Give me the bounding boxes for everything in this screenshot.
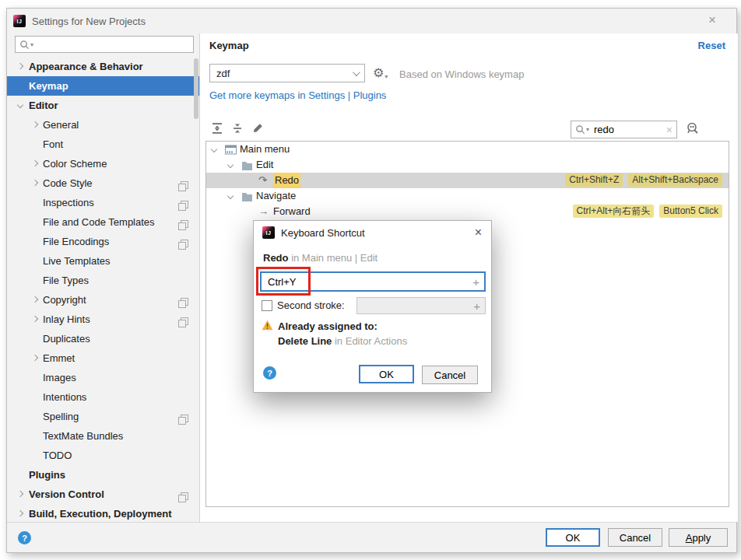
dialog-cancel-button[interactable]: Cancel <box>422 366 478 384</box>
sidebar-item-label: File Encodings <box>43 236 109 247</box>
tree-item-label: Redo <box>273 173 300 188</box>
sidebar-item-todo[interactable]: TODO <box>7 446 199 465</box>
add-stroke-plus-icon[interactable]: + <box>472 275 479 289</box>
search-options-caret-icon: ▾ <box>30 41 33 48</box>
shortcut-badge: Alt+Shift+Backspace <box>628 173 722 187</box>
tree-item-label: Navigate <box>256 188 296 204</box>
sidebar-item-plugins[interactable]: Plugins <box>7 465 199 485</box>
footer-bar: ? OK Cancel Apply <box>7 522 736 552</box>
first-stroke-input[interactable] <box>266 275 472 289</box>
second-stroke-label: Second stroke: <box>277 299 345 311</box>
edit-shortcut-pencil-icon[interactable] <box>251 122 265 136</box>
sidebar-item-label: Plugins <box>29 469 65 481</box>
chevron-right-icon[interactable] <box>17 63 23 69</box>
dialog-title-bar: IJ Keyboard Shortcut × <box>254 221 491 244</box>
tree-item-label: Forward <box>273 204 311 219</box>
help-icon[interactable]: ? <box>263 366 276 380</box>
find-actions-by-shortcut-icon[interactable] <box>686 121 700 138</box>
keymap-search-field[interactable]: ▾ × <box>571 121 677 138</box>
sidebar-item-label: File and Code Templates <box>43 216 155 228</box>
keymap-search-input[interactable] <box>592 123 666 136</box>
sidebar-item-label: Emmet <box>43 352 75 364</box>
keymap-tree-row-navigate[interactable]: Navigate <box>206 188 729 204</box>
warning-icon <box>262 320 273 333</box>
sidebar-item-build-execution-deployment[interactable]: Build, Execution, Deployment <box>7 504 199 522</box>
window-close-icon[interactable]: × <box>708 12 716 28</box>
expand-all-icon[interactable] <box>211 122 225 136</box>
chevron-right-icon[interactable] <box>17 491 23 497</box>
sidebar-item-intentions[interactable]: Intentions <box>7 387 199 407</box>
sidebar-item-file-types[interactable]: File Types <box>7 271 199 290</box>
sidebar-item-label: Editor <box>29 100 58 111</box>
sidebar-item-copyright[interactable]: Copyright <box>7 290 199 310</box>
sidebar-item-inspections[interactable]: Inspections <box>7 193 199 212</box>
sidebar-item-file-and-code-templates[interactable]: File and Code Templates <box>7 212 199 232</box>
action-context: in Main menu | Edit <box>291 252 378 264</box>
collapse-all-icon[interactable] <box>231 122 245 136</box>
dialog-ok-button[interactable]: OK <box>359 365 414 383</box>
tree-item-label: Main menu <box>240 142 290 157</box>
keymap-tree-row-forward[interactable]: →ForwardCtrl+Alt+向右箭头Button5 Click <box>206 204 729 219</box>
reset-link[interactable]: Reset <box>698 40 725 51</box>
second-stroke-checkbox[interactable] <box>262 300 272 311</box>
chevron-right-icon[interactable] <box>32 316 38 322</box>
cancel-button[interactable]: Cancel <box>608 528 662 547</box>
search-icon <box>19 40 30 50</box>
chevron-right-icon[interactable] <box>17 510 23 516</box>
sidebar-item-live-templates[interactable]: Live Templates <box>7 251 199 271</box>
gear-icon[interactable]: ⚙▾ <box>373 65 388 80</box>
sidebar-item-font[interactable]: Font <box>7 135 199 154</box>
sidebar-item-inlay-hints[interactable]: Inlay Hints <box>7 310 199 329</box>
ok-button[interactable]: OK <box>546 528 600 547</box>
warning-title: Already assigned to: <box>278 320 378 332</box>
chevron-down-icon <box>353 68 360 76</box>
sidebar-item-label: Inlay Hints <box>43 313 90 325</box>
chevron-right-icon[interactable] <box>32 160 38 166</box>
chevron-right-icon[interactable] <box>32 355 38 361</box>
sidebar-item-emmet[interactable]: Emmet <box>7 348 199 368</box>
sidebar-item-duplicates[interactable]: Duplicates <box>7 329 199 348</box>
sidebar-item-version-control[interactable]: Version Control <box>7 485 199 504</box>
sidebar-item-spelling[interactable]: Spelling <box>7 407 199 426</box>
settings-window: IJ Settings for New Projects × ▾ Appeara… <box>6 8 737 553</box>
help-icon[interactable]: ? <box>18 531 31 544</box>
chevron-down-icon[interactable] <box>211 146 217 152</box>
clear-search-icon[interactable]: × <box>666 124 673 136</box>
sidebar-item-label: Intentions <box>43 391 86 403</box>
window-title: Settings for New Projects <box>32 16 146 27</box>
chevron-right-icon[interactable] <box>32 180 38 186</box>
sidebar-item-images[interactable]: Images <box>7 368 199 387</box>
sidebar-item-label: File Types <box>43 275 89 286</box>
chevron-down-icon[interactable] <box>227 193 234 199</box>
sidebar-item-general[interactable]: General <box>7 115 199 135</box>
get-more-keymaps-link[interactable]: Get more keymaps in Settings | Plugins <box>209 89 386 101</box>
sidebar-item-label: TODO <box>43 450 72 461</box>
sidebar-item-editor[interactable]: Editor <box>7 96 199 115</box>
shortcut-badge: Ctrl+Shift+Z <box>565 173 623 187</box>
sidebar-item-textmate-bundles[interactable]: TextMate Bundles <box>7 426 199 446</box>
sidebar-item-appearance-behavior[interactable]: Appearance & Behavior <box>7 57 199 76</box>
based-on-label: Based on Windows keymap <box>399 68 524 80</box>
chevron-right-icon[interactable] <box>32 296 38 303</box>
search-options-caret-icon: ▾ <box>586 126 589 133</box>
keymap-select[interactable]: zdf <box>209 64 365 82</box>
conflict-detail: Delete Line in Editor Actions <box>278 335 407 347</box>
keymap-tree-row-edit[interactable]: Edit <box>206 157 729 173</box>
apply-button[interactable]: Apply <box>669 528 728 547</box>
sidebar-search-input[interactable]: ▾ <box>15 36 194 53</box>
action-name: Redo <box>263 252 289 264</box>
chevron-right-icon[interactable] <box>32 121 38 128</box>
chevron-down-icon[interactable] <box>227 162 234 168</box>
sidebar-item-keymap[interactable]: Keymap <box>7 76 199 96</box>
chevron-down-icon[interactable] <box>17 102 23 108</box>
sidebar-item-color-scheme[interactable]: Color Scheme <box>7 154 199 173</box>
sidebar-item-code-style[interactable]: Code Style <box>7 173 199 193</box>
sidebar-scrollbar[interactable] <box>194 58 198 119</box>
keymap-tree-row-main-menu[interactable]: Main menu <box>206 142 729 157</box>
sidebar-item-file-encodings[interactable]: File Encodings <box>7 232 199 251</box>
sidebar-item-label: Images <box>43 372 76 383</box>
dialog-close-icon[interactable]: × <box>475 226 482 240</box>
tree-item-label: Edit <box>256 157 273 173</box>
keymap-tree-row-redo[interactable]: ↷RedoCtrl+Shift+ZAlt+Shift+Backspace <box>206 173 729 188</box>
forward-icon: → <box>258 204 269 219</box>
